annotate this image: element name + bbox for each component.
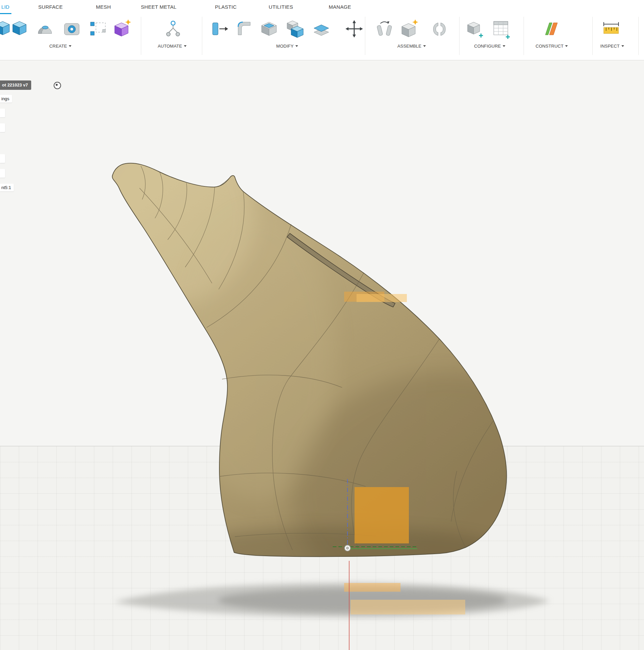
selection-highlight-body bbox=[354, 487, 409, 543]
joint-icon-svg bbox=[375, 19, 394, 40]
group-separator bbox=[523, 17, 524, 55]
document-name: ot 221023 v7 bbox=[2, 82, 28, 87]
form-icon-svg bbox=[113, 19, 132, 40]
shell-icon[interactable] bbox=[260, 19, 278, 40]
tab-solid[interactable]: LID bbox=[1, 0, 9, 14]
bear-model[interactable] bbox=[87, 124, 600, 614]
form-icon[interactable] bbox=[113, 19, 132, 40]
selection-highlight-shadow-1 bbox=[344, 583, 401, 592]
hole-icon-svg bbox=[62, 19, 81, 40]
group-separator bbox=[202, 17, 202, 55]
offset-face-icon[interactable] bbox=[312, 19, 331, 40]
component-item-label: nt5:1 bbox=[1, 185, 11, 190]
fillet-icon[interactable] bbox=[235, 19, 253, 40]
hole-icon[interactable] bbox=[62, 19, 81, 40]
joint-icon[interactable] bbox=[375, 19, 394, 40]
measure-icon[interactable] bbox=[602, 19, 620, 40]
move-icon-svg bbox=[345, 19, 364, 40]
browser-component-item[interactable]: nt5:1 bbox=[0, 184, 14, 191]
tab-plastic[interactable]: PLASTIC bbox=[215, 0, 237, 14]
selection-highlight-back-2 bbox=[357, 294, 407, 302]
as-built-joint-icon-svg bbox=[430, 19, 449, 40]
revolve-icon-svg bbox=[36, 19, 54, 40]
as-built-joint-icon[interactable] bbox=[430, 19, 449, 40]
construct-plane-icon[interactable] bbox=[542, 19, 561, 40]
tab-mesh[interactable]: MESH bbox=[96, 0, 111, 14]
browser-tree-stub[interactable] bbox=[0, 154, 5, 163]
chevron-down-icon bbox=[503, 45, 505, 47]
pattern-icon-svg bbox=[89, 19, 107, 40]
radio-dot bbox=[56, 84, 58, 86]
group-separator bbox=[365, 17, 365, 55]
ribbon-tab-bar: LID SURFACE MESH SHEET METAL PLASTIC UTI… bbox=[0, 0, 644, 14]
toolbar-group-create[interactable]: CREATE bbox=[49, 44, 71, 48]
toolbar-group-inspect[interactable]: INSPECT bbox=[600, 44, 624, 48]
chevron-down-icon bbox=[184, 45, 187, 47]
tab-sheet-metal[interactable]: SHEET METAL bbox=[141, 0, 176, 14]
new-component-icon-svg bbox=[400, 19, 418, 40]
tab-surface[interactable]: SURFACE bbox=[38, 0, 63, 14]
automate-icon[interactable] bbox=[164, 19, 182, 40]
viewport-canvas[interactable] bbox=[0, 60, 644, 650]
chevron-down-icon bbox=[295, 45, 298, 47]
tab-utilities[interactable]: UTILITIES bbox=[269, 0, 293, 14]
browser-tree-stub[interactable] bbox=[0, 169, 5, 178]
combine-icon[interactable] bbox=[286, 19, 305, 40]
chevron-down-icon bbox=[621, 45, 624, 47]
offset-face-icon-svg bbox=[312, 19, 331, 40]
browser-tree-stub[interactable] bbox=[0, 123, 5, 132]
toolbar-group-construct[interactable]: CONSTRUCT bbox=[536, 44, 568, 48]
group-separator bbox=[141, 17, 141, 55]
toolbar-group-modify[interactable]: MODIFY bbox=[276, 44, 298, 48]
measure-icon-svg bbox=[602, 19, 620, 40]
document-radio-button[interactable] bbox=[54, 82, 61, 89]
selection-highlight-shadow-2 bbox=[350, 600, 465, 614]
toolbar-group-assemble[interactable]: ASSEMBLE bbox=[398, 44, 426, 48]
configure-box-icon[interactable] bbox=[466, 19, 484, 40]
pattern-icon[interactable] bbox=[89, 19, 107, 40]
press-pull-icon[interactable] bbox=[210, 19, 229, 40]
new-component-icon[interactable] bbox=[400, 19, 418, 40]
settings-item-label: ings bbox=[1, 96, 9, 101]
toolbar-group-configure[interactable]: CONFIGURE bbox=[474, 44, 506, 48]
configuration-table-icon-svg bbox=[492, 19, 510, 40]
ribbon-toolbar: CREATE AUTOMATE MODIFY ASSEMBLE CONFIGUR… bbox=[0, 14, 644, 60]
extrude-icon-svg bbox=[10, 19, 29, 40]
configure-box-icon-svg bbox=[466, 19, 484, 40]
model-shadow bbox=[114, 583, 550, 617]
revolve-icon[interactable] bbox=[36, 19, 54, 40]
combine-icon-svg bbox=[286, 19, 305, 40]
construct-plane-icon-svg bbox=[542, 19, 561, 40]
browser-settings-item[interactable]: ings bbox=[0, 95, 12, 103]
group-separator bbox=[459, 17, 460, 55]
model-scene[interactable] bbox=[0, 60, 644, 650]
toolbar-group-automate[interactable]: AUTOMATE bbox=[158, 44, 187, 48]
browser-document-item[interactable]: ot 221023 v7 bbox=[0, 80, 31, 90]
chevron-down-icon bbox=[423, 45, 426, 47]
chevron-down-icon bbox=[565, 45, 568, 47]
automate-icon-svg bbox=[164, 19, 182, 40]
move-icon[interactable] bbox=[345, 19, 364, 40]
extrude-icon[interactable] bbox=[10, 19, 29, 40]
group-separator bbox=[638, 17, 639, 55]
configuration-table-icon[interactable] bbox=[492, 19, 510, 40]
chevron-down-icon bbox=[69, 45, 71, 47]
browser-tree-stub[interactable] bbox=[0, 109, 5, 117]
origin-handle[interactable] bbox=[344, 545, 350, 551]
press-pull-icon-svg bbox=[210, 19, 229, 40]
tab-manage[interactable]: MANAGE bbox=[329, 0, 351, 14]
fillet-icon-svg bbox=[235, 19, 253, 40]
group-separator bbox=[592, 17, 593, 55]
shell-icon-svg bbox=[260, 19, 278, 40]
